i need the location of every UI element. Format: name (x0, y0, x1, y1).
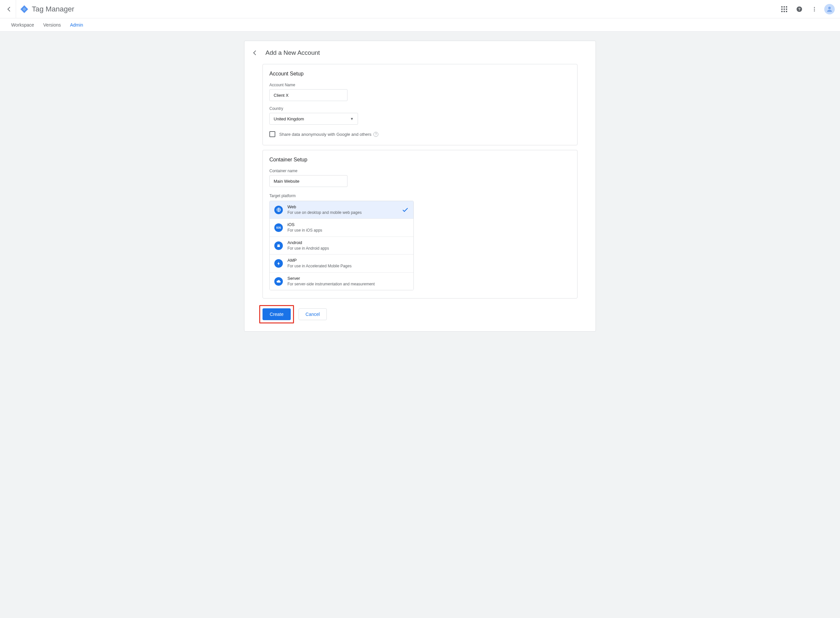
tag-manager-logo-icon (20, 5, 28, 13)
platform-name: iOS (287, 222, 409, 228)
svg-rect-8 (786, 11, 787, 12)
svg-rect-1 (784, 6, 785, 7)
platform-desc: For use on desktop and mobile web pages (287, 210, 397, 215)
container-name-label: Container name (269, 169, 571, 173)
app-title: Tag Manager (32, 5, 74, 13)
platform-name: Server (287, 276, 409, 281)
platform-android[interactable]: Android For use in Android apps (270, 236, 413, 254)
svg-point-14 (828, 7, 831, 9)
country-label: Country (269, 106, 571, 111)
tab-versions[interactable]: Versions (39, 18, 65, 31)
platform-amp[interactable]: AMP For use in Accelerated Mobile Pages (270, 254, 413, 272)
cancel-button[interactable]: Cancel (299, 308, 327, 320)
new-account-card: Add a New Account Account Setup Account … (244, 41, 596, 332)
page-back-button[interactable] (250, 48, 260, 57)
arrow-left-icon (252, 49, 258, 56)
svg-rect-2 (786, 6, 787, 7)
globe-icon (274, 206, 283, 214)
divider (16, 0, 16, 18)
platform-desc: For use in iOS apps (287, 228, 409, 233)
svg-point-16 (278, 245, 278, 246)
svg-rect-0 (781, 6, 783, 7)
check-icon (401, 206, 409, 214)
svg-point-12 (814, 9, 815, 9)
platform-server[interactable]: Server For server-side instrumentation a… (270, 272, 413, 290)
tab-admin[interactable]: Admin (65, 18, 88, 31)
svg-point-13 (814, 10, 815, 11)
action-row: Create Cancel (259, 305, 577, 324)
platform-ios[interactable]: iOS iOS For use in iOS apps (270, 218, 413, 236)
apps-icon[interactable] (778, 3, 791, 16)
more-icon[interactable] (808, 3, 821, 16)
account-setup-section: Account Setup Account Name Country Unite… (263, 64, 577, 145)
nav-tabs: Workspace Versions Admin (0, 18, 840, 31)
back-button[interactable] (3, 3, 16, 16)
svg-point-11 (814, 7, 815, 8)
share-data-checkbox[interactable] (269, 131, 275, 137)
tab-label: Admin (70, 22, 83, 28)
country-select[interactable]: United Kingdom ▼ (269, 113, 358, 125)
person-icon (826, 6, 833, 13)
section-title: Account Setup (269, 71, 571, 77)
server-icon (274, 277, 283, 286)
svg-rect-4 (784, 9, 785, 10)
platform-desc: For use in Accelerated Mobile Pages (287, 264, 409, 269)
svg-rect-3 (781, 9, 783, 10)
svg-point-17 (279, 245, 279, 246)
platform-name: Web (287, 204, 397, 210)
platform-web[interactable]: Web For use on desktop and mobile web pa… (270, 201, 413, 218)
help-tooltip-icon[interactable]: ? (373, 132, 378, 137)
share-data-label: Share data anonymously with Google and o… (279, 132, 378, 137)
account-avatar[interactable] (824, 4, 835, 15)
app-header: Tag Manager ? (0, 0, 840, 18)
amp-icon (274, 259, 283, 268)
arrow-left-icon (6, 6, 12, 12)
target-platform-label: Target platform (269, 193, 571, 198)
platform-name: Android (287, 240, 409, 246)
ios-icon: iOS (274, 223, 283, 232)
tab-label: Workspace (11, 22, 34, 28)
platform-desc: For use in Android apps (287, 246, 409, 251)
svg-rect-5 (786, 9, 787, 10)
create-button[interactable]: Create (263, 308, 291, 320)
svg-text:?: ? (798, 7, 800, 11)
country-value: United Kingdom (274, 116, 304, 121)
page-title: Add a New Account (265, 49, 320, 56)
create-highlight: Create (259, 305, 294, 324)
tab-workspace[interactable]: Workspace (7, 18, 39, 31)
svg-rect-6 (781, 11, 783, 12)
platform-list: Web For use on desktop and mobile web pa… (269, 201, 414, 290)
account-name-label: Account Name (269, 83, 571, 87)
android-icon (274, 241, 283, 250)
platform-name: AMP (287, 258, 409, 263)
container-name-input[interactable] (269, 175, 348, 187)
tab-label: Versions (43, 22, 61, 28)
section-title: Container Setup (269, 157, 571, 163)
svg-rect-7 (784, 11, 785, 12)
platform-desc: For server-side instrumentation and meas… (287, 282, 409, 287)
account-name-input[interactable] (269, 89, 348, 101)
caret-down-icon: ▼ (350, 117, 354, 121)
help-icon[interactable]: ? (793, 3, 806, 16)
container-setup-section: Container Setup Container name Target pl… (263, 150, 577, 299)
